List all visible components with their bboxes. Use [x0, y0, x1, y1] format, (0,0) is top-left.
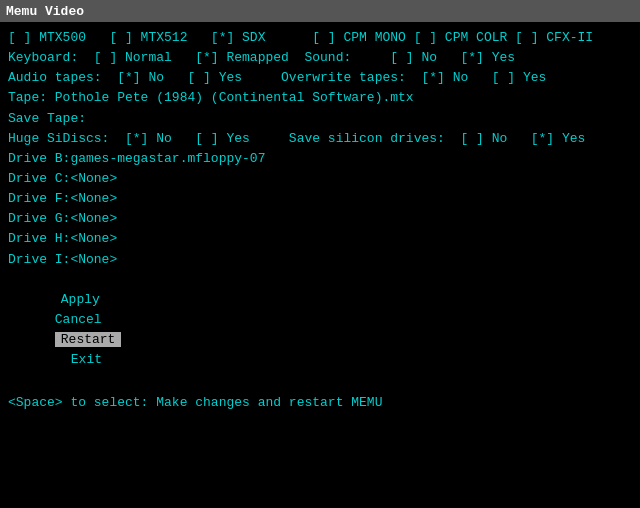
terminal-area: [ ] MTX500 [ ] MTX512 [*] SDX [ ] CPM MO…	[0, 22, 640, 508]
line-5: Save Tape:	[8, 109, 632, 129]
titlebar: Memu Video	[0, 0, 640, 22]
buttons-line: Apply Cancel Restart Exit	[8, 270, 632, 391]
line-11: Drive H:<None>	[8, 229, 632, 249]
line-10: Drive G:<None>	[8, 209, 632, 229]
main-window: Memu Video [ ] MTX500 [ ] MTX512 [*] SDX…	[0, 0, 640, 508]
exit-button[interactable]: Exit	[71, 352, 102, 367]
line-6: Huge SiDiscs: [*] No [ ] Yes Save silico…	[8, 129, 632, 149]
line-4: Tape: Pothole Pete (1984) (Continental S…	[8, 88, 632, 108]
apply-button[interactable]: Apply	[61, 292, 100, 307]
line-3: Audio tapes: [*] No [ ] Yes Overwrite ta…	[8, 68, 632, 88]
restart-button[interactable]: Restart	[55, 332, 122, 347]
line-1: [ ] MTX500 [ ] MTX512 [*] SDX [ ] CPM MO…	[8, 28, 632, 48]
line-8: Drive C:<None>	[8, 169, 632, 189]
cancel-button[interactable]: Cancel	[55, 312, 102, 327]
status-line: <Space> to select: Make changes and rest…	[8, 393, 632, 413]
window-title: Memu Video	[6, 4, 84, 19]
line-7: Drive B:games-megastar.mfloppy-07	[8, 149, 632, 169]
line-12: Drive I:<None>	[8, 250, 632, 270]
line-9: Drive F:<None>	[8, 189, 632, 209]
line-2: Keyboard: [ ] Normal [*] Remapped Sound:…	[8, 48, 632, 68]
